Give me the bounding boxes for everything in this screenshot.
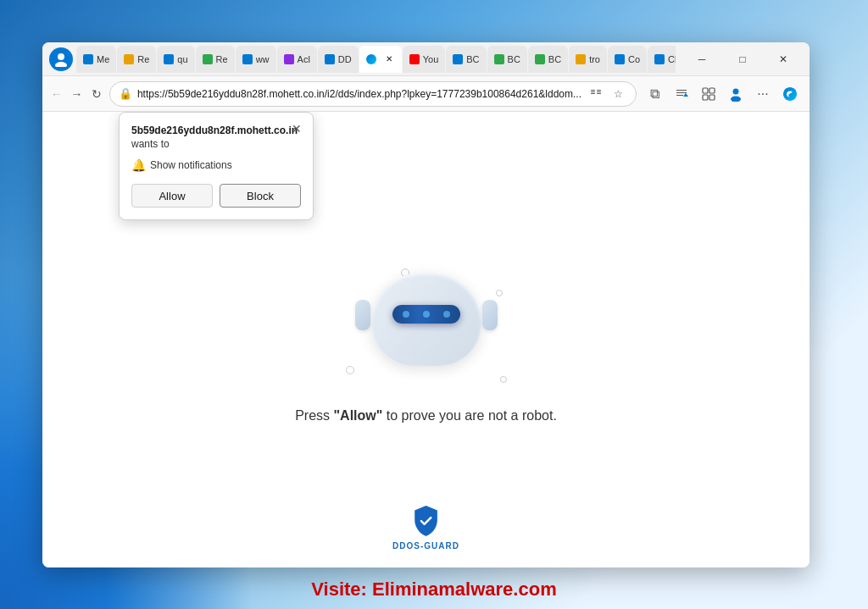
svg-point-13 bbox=[733, 88, 739, 94]
tab-favicon bbox=[325, 54, 335, 64]
svg-rect-7 bbox=[597, 93, 601, 94]
maximize-button[interactable]: □ bbox=[723, 46, 762, 73]
tab-label: You bbox=[423, 54, 439, 64]
robot-illustration bbox=[342, 256, 511, 391]
bell-icon: 🔔 bbox=[131, 158, 145, 172]
tab-label: qu bbox=[177, 54, 187, 64]
tab-7[interactable]: DD bbox=[318, 46, 359, 73]
watermark: Visite: Eliminamalware.com bbox=[311, 579, 556, 601]
tab-label: Re bbox=[216, 54, 228, 64]
popup-domain: 5b59de216yddu8n28f.mohett.co.in bbox=[131, 125, 301, 136]
tab-favicon bbox=[409, 54, 420, 64]
tab-label: Cli bbox=[668, 54, 676, 64]
tab-favicon bbox=[284, 54, 294, 64]
tab-label: DD bbox=[338, 54, 352, 64]
tab-11[interactable]: BC bbox=[487, 46, 527, 73]
title-bar: Me Re qu Re ww Acl bbox=[42, 42, 810, 76]
allow-button[interactable]: Allow bbox=[131, 184, 213, 208]
tab-favicon bbox=[242, 54, 253, 64]
url-icons: ☆ bbox=[587, 85, 627, 103]
minimize-button[interactable]: ─ bbox=[682, 46, 721, 73]
svg-rect-2 bbox=[591, 90, 595, 91]
url-bar[interactable]: 🔒 https://5b59de216yddu8n28f.mohett.co.i… bbox=[109, 81, 637, 107]
svg-point-0 bbox=[58, 53, 64, 60]
browser-window: Me Re qu Re ww Acl bbox=[42, 42, 810, 567]
tab-favicon bbox=[615, 54, 625, 64]
ddos-label: DDOS-GUARD bbox=[392, 541, 459, 551]
popup-permission: 🔔 Show notifications bbox=[131, 158, 301, 172]
svg-rect-10 bbox=[709, 88, 715, 93]
profile-toolbar-icon[interactable] bbox=[723, 81, 748, 107]
tab-label: tro bbox=[589, 54, 600, 64]
svg-rect-4 bbox=[591, 93, 595, 94]
robot-visor-center-dot bbox=[423, 311, 430, 318]
lock-icon: 🔒 bbox=[119, 87, 132, 100]
page-content: 5b59de216yddu8n28f.mohett.co.in wants to… bbox=[42, 112, 810, 567]
float-circle-4 bbox=[500, 376, 507, 383]
tab-13[interactable]: tro bbox=[569, 46, 607, 73]
popup-wants-text: wants to bbox=[131, 138, 301, 150]
notification-popup: 5b59de216yddu8n28f.mohett.co.in wants to… bbox=[119, 112, 314, 220]
refresh-button[interactable]: ↻ bbox=[89, 82, 104, 106]
svg-point-1 bbox=[55, 62, 67, 67]
message-prefix: Press bbox=[295, 408, 333, 423]
svg-rect-12 bbox=[709, 95, 715, 100]
message-suffix: to prove you are not a robot. bbox=[382, 408, 556, 423]
tab-favicon-active bbox=[366, 54, 376, 64]
tab-label: ww bbox=[256, 54, 270, 64]
tab-8-active[interactable]: ✕ bbox=[359, 46, 402, 73]
tab-5[interactable]: ww bbox=[236, 46, 276, 73]
tab-1[interactable]: Me bbox=[76, 46, 116, 73]
window-controls: ─ □ ✕ bbox=[682, 46, 803, 73]
tab-favicon bbox=[535, 54, 545, 64]
profile-icon[interactable] bbox=[49, 47, 73, 71]
permission-label: Show notifications bbox=[150, 159, 232, 171]
popup-close-button[interactable]: ✕ bbox=[287, 119, 306, 138]
tab-12[interactable]: BC bbox=[528, 46, 568, 73]
close-button[interactable]: ✕ bbox=[764, 46, 803, 73]
tab-management-icon[interactable]: ⧉ bbox=[642, 81, 667, 107]
robot-head bbox=[371, 273, 481, 366]
back-button[interactable]: ← bbox=[49, 82, 64, 106]
tab-label: BC bbox=[508, 54, 520, 64]
svg-rect-6 bbox=[597, 91, 601, 92]
tab-bar: Me Re qu Re ww Acl bbox=[76, 46, 676, 73]
collections-icon[interactable] bbox=[696, 81, 721, 107]
tab-14[interactable]: Co bbox=[608, 46, 647, 73]
block-button[interactable]: Block bbox=[220, 184, 301, 208]
tab-favicon bbox=[164, 54, 174, 64]
float-circle-2 bbox=[496, 290, 503, 296]
tab-label: Co bbox=[628, 54, 640, 64]
tab-favicon bbox=[203, 54, 213, 64]
svg-marker-8 bbox=[683, 93, 688, 97]
tab-2[interactable]: Re bbox=[117, 46, 156, 73]
more-options-icon[interactable]: ··· bbox=[750, 81, 776, 107]
tab-15[interactable]: Cli bbox=[648, 46, 676, 73]
svg-rect-9 bbox=[703, 88, 708, 93]
favorites-toolbar-icon[interactable] bbox=[669, 81, 694, 107]
reader-mode-icon[interactable] bbox=[587, 85, 605, 103]
tab-close-icon[interactable]: ✕ bbox=[383, 53, 395, 65]
tab-10[interactable]: BC bbox=[446, 46, 486, 73]
robot-message: Press "Allow" to prove you are not a rob… bbox=[295, 408, 557, 424]
tab-3[interactable]: qu bbox=[157, 46, 194, 73]
address-bar: ← → ↻ 🔒 https://5b59de216yddu8n28f.mohet… bbox=[42, 76, 810, 112]
ddos-guard-logo: DDOS-GUARD bbox=[392, 504, 459, 551]
url-text: https://5b59de216yddu8n28f.mohett.co.in/… bbox=[137, 88, 581, 100]
tab-6[interactable]: Acl bbox=[277, 46, 317, 73]
svg-rect-3 bbox=[591, 91, 595, 92]
svg-rect-11 bbox=[703, 95, 708, 100]
tab-favicon bbox=[576, 54, 586, 64]
tab-label: Me bbox=[97, 54, 109, 64]
tab-9[interactable]: You bbox=[403, 46, 446, 73]
toolbar-icons: ⧉ ··· bbox=[642, 81, 803, 107]
tab-label: Acl bbox=[298, 54, 310, 64]
edge-icon[interactable] bbox=[777, 81, 803, 107]
robot-visor bbox=[392, 305, 460, 324]
tab-4[interactable]: Re bbox=[196, 46, 235, 73]
favorites-icon[interactable]: ☆ bbox=[609, 85, 627, 103]
forward-button[interactable]: → bbox=[70, 82, 85, 106]
ddos-shield-icon bbox=[410, 504, 441, 538]
svg-point-14 bbox=[731, 96, 741, 102]
popup-buttons: Allow Block bbox=[131, 184, 301, 208]
